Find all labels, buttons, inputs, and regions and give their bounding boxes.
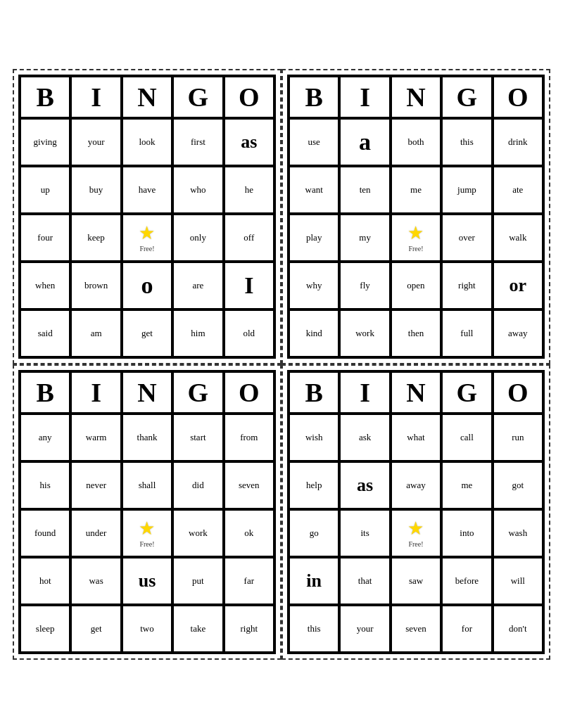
cell-r2-c4-card3: ok: [224, 509, 274, 557]
cell-r3-c0-card3: hot: [20, 557, 70, 605]
header-i-4: I: [339, 371, 390, 414]
cell-r1-c1-card3: never: [70, 461, 121, 509]
cell-r0-c1-card3: warm: [70, 414, 121, 461]
cell-r3-c1-card2: fly: [339, 262, 390, 309]
header-i-1: I: [70, 76, 121, 118]
cell-r0-c4-card4: run: [493, 414, 543, 461]
cell-r2-c2-card1: ★Free!: [122, 214, 172, 262]
cell-r2-c4-card4: wash: [493, 509, 543, 557]
star-icon: ★: [139, 222, 155, 244]
cell-r0-c0-card3: any: [20, 414, 70, 461]
cell-r0-c4-card1: as: [224, 118, 274, 166]
header-n-2: N: [391, 76, 441, 118]
cell-r3-c4-card4: will: [493, 557, 543, 605]
cell-r1-c3-card2: jump: [441, 166, 492, 214]
cell-r3-c3-card2: right: [441, 262, 492, 309]
cell-r1-c4-card4: got: [493, 461, 543, 509]
cell-r4-c0-card2: kind: [289, 309, 339, 357]
header-n-1: N: [122, 76, 172, 118]
cell-r0-c0-card4: wish: [289, 414, 339, 461]
cell-r4-c4-card4: don't: [493, 605, 543, 653]
cell-r3-c3-card4: before: [441, 557, 492, 605]
cell-r4-c2-card1: get: [122, 309, 172, 357]
cell-r0-c1-card1: your: [70, 118, 121, 166]
cell-r2-c3-card3: work: [172, 509, 223, 557]
cell-r2-c0-card4: go: [289, 509, 339, 557]
cell-r2-c1-card1: keep: [70, 214, 121, 262]
cell-r0-c2-card1: look: [122, 118, 172, 166]
cell-r1-c4-card3: seven: [224, 461, 274, 509]
cell-r1-c4-card1: he: [224, 166, 274, 214]
star-icon: ★: [139, 518, 155, 539]
bingo-card-3: BINGOanywarmthankstartfromhisnevershalld…: [13, 364, 282, 660]
cell-r3-c4-card1: I: [224, 262, 274, 309]
header-b-3: B: [20, 371, 70, 414]
cell-r3-c4-card2: or: [493, 262, 543, 309]
cell-r3-c2-card2: open: [391, 262, 441, 309]
cell-r1-c0-card4: help: [289, 461, 339, 509]
cell-r1-c1-card1: buy: [70, 166, 121, 214]
cell-r0-c1-card2: a: [339, 118, 390, 166]
cell-r2-c3-card4: into: [441, 509, 492, 557]
cell-r0-c2-card2: both: [391, 118, 441, 166]
cell-r2-c2-card2: ★Free!: [391, 214, 441, 262]
cell-r2-c4-card1: off: [224, 214, 274, 262]
cell-r1-c0-card1: up: [20, 166, 70, 214]
cell-r3-c0-card1: when: [20, 262, 70, 309]
cell-r4-c2-card2: then: [391, 309, 441, 357]
header-n-3: N: [122, 371, 172, 414]
cell-r2-c1-card2: my: [339, 214, 390, 262]
cell-r2-c4-card2: walk: [493, 214, 543, 262]
bingo-card-4: BINGOwishaskwhatcallrunhelpasawaymegotgo…: [282, 364, 550, 660]
cell-r4-c1-card1: am: [70, 309, 121, 357]
cell-r0-c3-card4: call: [441, 414, 492, 461]
cell-r3-c1-card3: was: [70, 557, 121, 605]
cell-r1-c2-card1: have: [122, 166, 172, 214]
cell-r1-c2-card4: away: [391, 461, 441, 509]
cell-r4-c4-card2: away: [493, 309, 543, 357]
header-o-4: O: [493, 371, 543, 414]
cell-r0-c4-card2: drink: [493, 118, 543, 166]
cell-r3-c0-card4: in: [289, 557, 339, 605]
cell-r0-c3-card1: first: [172, 118, 223, 166]
cell-r4-c0-card3: sleep: [20, 605, 70, 653]
cell-r4-c3-card2: full: [441, 309, 492, 357]
cell-r4-c2-card4: seven: [391, 605, 441, 653]
header-g-2: G: [441, 76, 492, 118]
cell-r3-c3-card3: put: [172, 557, 223, 605]
header-g-4: G: [441, 371, 492, 414]
header-o-2: O: [493, 76, 543, 118]
header-g-3: G: [172, 371, 223, 414]
cell-r1-c3-card1: who: [172, 166, 223, 214]
free-label: Free!: [139, 245, 154, 253]
cell-r1-c2-card3: shall: [122, 461, 172, 509]
cell-r3-c2-card4: saw: [391, 557, 441, 605]
cell-r2-c1-card4: its: [339, 509, 390, 557]
cell-r1-c1-card2: ten: [339, 166, 390, 214]
cell-r4-c1-card3: get: [70, 605, 121, 653]
free-label: Free!: [139, 540, 154, 548]
header-b-1: B: [20, 76, 70, 118]
cell-r0-c2-card3: thank: [122, 414, 172, 461]
cell-r2-c3-card1: only: [172, 214, 223, 262]
header-o-1: O: [224, 76, 274, 118]
cell-r0-c0-card1: giving: [20, 118, 70, 166]
cell-r0-c1-card4: ask: [339, 414, 390, 461]
cell-r1-c3-card3: did: [172, 461, 223, 509]
cell-r2-c1-card3: under: [70, 509, 121, 557]
cell-r3-c3-card1: are: [172, 262, 223, 309]
cell-r1-c0-card3: his: [20, 461, 70, 509]
cell-r3-c2-card1: o: [122, 262, 172, 309]
bingo-card-2: BINGOuseaboththisdrinkwanttenmejumpatepl…: [282, 69, 550, 364]
cell-r2-c2-card4: ★Free!: [391, 509, 441, 557]
cell-r2-c0-card2: play: [289, 214, 339, 262]
star-icon: ★: [407, 222, 424, 244]
header-b-4: B: [289, 371, 339, 414]
cell-r1-c1-card4: as: [339, 461, 390, 509]
cell-r1-c3-card4: me: [441, 461, 492, 509]
cell-r3-c0-card2: why: [289, 262, 339, 309]
free-label: Free!: [408, 245, 423, 253]
cell-r3-c4-card3: far: [224, 557, 274, 605]
cell-r4-c2-card3: two: [122, 605, 172, 653]
cell-r3-c1-card1: brown: [70, 262, 121, 309]
